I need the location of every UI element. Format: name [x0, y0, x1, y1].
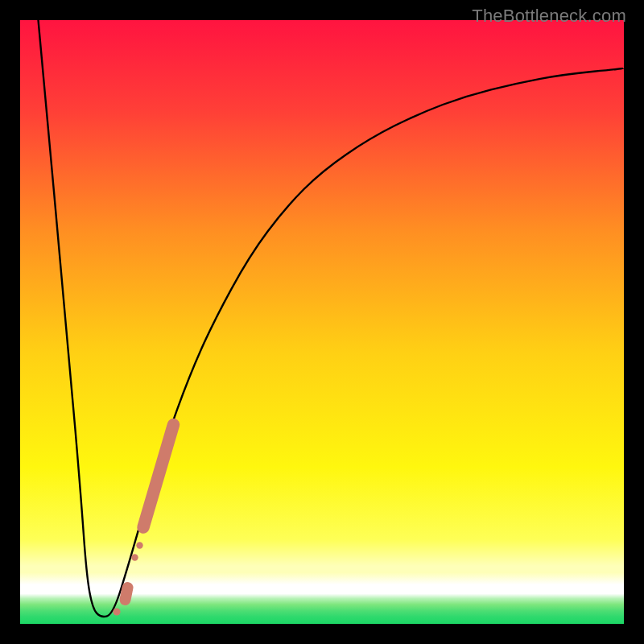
data-marker-point — [113, 608, 120, 615]
watermark-text: TheBottleneck.com — [472, 6, 626, 27]
data-marker-point — [136, 542, 142, 548]
data-markers — [113, 425, 173, 616]
bottleneck-curve — [20, 20, 624, 624]
data-marker-point — [131, 554, 138, 560]
curve-line — [39, 20, 625, 617]
data-marker-segment — [143, 425, 174, 528]
data-marker-segment — [126, 588, 128, 600]
plot-area — [20, 20, 624, 624]
chart-root: TheBottleneck.com — [0, 0, 644, 644]
